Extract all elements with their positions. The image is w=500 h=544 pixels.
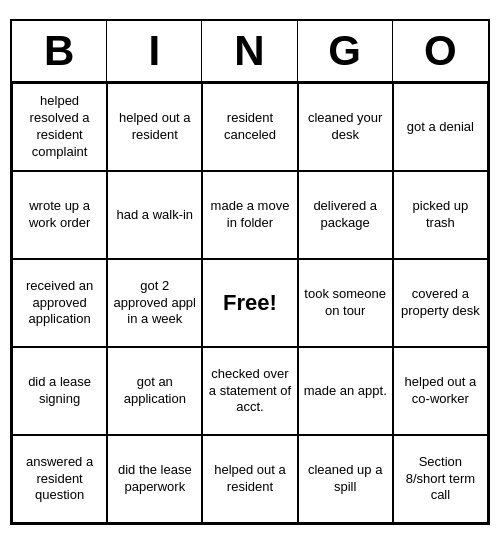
- bingo-cell-24[interactable]: Section 8/short term call: [393, 435, 488, 523]
- bingo-letter-g: G: [298, 21, 393, 81]
- bingo-cell-22[interactable]: helped out a resident: [202, 435, 297, 523]
- bingo-cell-12[interactable]: Free!: [202, 259, 297, 347]
- bingo-cell-6[interactable]: had a walk-in: [107, 171, 202, 259]
- bingo-cell-4[interactable]: got a denial: [393, 83, 488, 171]
- bingo-header: BINGO: [12, 21, 488, 83]
- bingo-cell-20[interactable]: answered a resident question: [12, 435, 107, 523]
- bingo-letter-o: O: [393, 21, 488, 81]
- bingo-cell-8[interactable]: delivered a package: [298, 171, 393, 259]
- bingo-cell-13[interactable]: took someone on tour: [298, 259, 393, 347]
- bingo-cell-23[interactable]: cleaned up a spill: [298, 435, 393, 523]
- bingo-letter-n: N: [202, 21, 297, 81]
- bingo-cell-7[interactable]: made a move in folder: [202, 171, 297, 259]
- bingo-cell-3[interactable]: cleaned your desk: [298, 83, 393, 171]
- bingo-cell-2[interactable]: resident canceled: [202, 83, 297, 171]
- bingo-cell-19[interactable]: helped out a co-worker: [393, 347, 488, 435]
- bingo-cell-21[interactable]: did the lease paperwork: [107, 435, 202, 523]
- bingo-cell-15[interactable]: did a lease signing: [12, 347, 107, 435]
- bingo-cell-9[interactable]: picked up trash: [393, 171, 488, 259]
- bingo-cell-16[interactable]: got an application: [107, 347, 202, 435]
- bingo-cell-10[interactable]: received an approved application: [12, 259, 107, 347]
- bingo-grid: helped resolved a resident complainthelp…: [12, 83, 488, 523]
- bingo-cell-18[interactable]: made an appt.: [298, 347, 393, 435]
- bingo-cell-1[interactable]: helped out a resident: [107, 83, 202, 171]
- bingo-cell-11[interactable]: got 2 approved appl in a week: [107, 259, 202, 347]
- bingo-cell-14[interactable]: covered a property desk: [393, 259, 488, 347]
- bingo-card: BINGO helped resolved a resident complai…: [10, 19, 490, 525]
- bingo-letter-b: B: [12, 21, 107, 81]
- bingo-cell-17[interactable]: checked over a statement of acct.: [202, 347, 297, 435]
- bingo-cell-5[interactable]: wrote up a work order: [12, 171, 107, 259]
- bingo-letter-i: I: [107, 21, 202, 81]
- bingo-cell-0[interactable]: helped resolved a resident complaint: [12, 83, 107, 171]
